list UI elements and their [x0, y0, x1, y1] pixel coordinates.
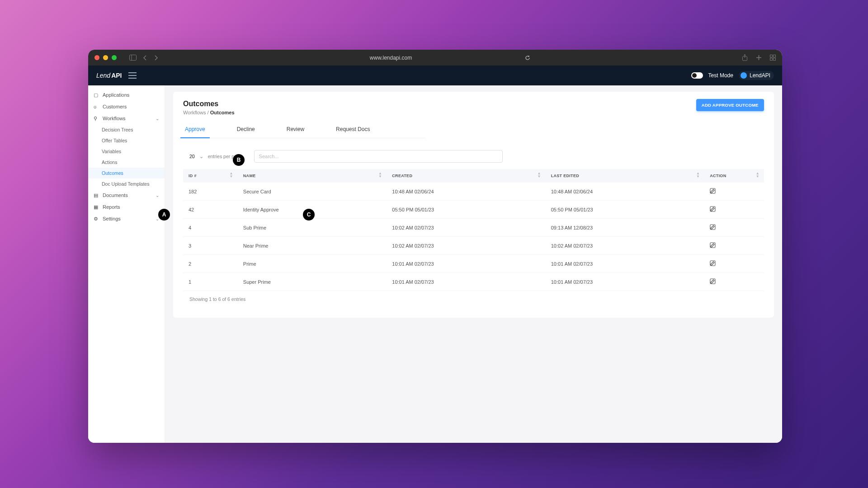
sidebar-item-reports[interactable]: ▦ Reports: [88, 201, 165, 213]
add-approve-outcome-button[interactable]: ADD APPROVE OUTCOME: [696, 99, 764, 111]
svg-rect-0: [130, 55, 137, 61]
tenant-menu[interactable]: LendAPI: [739, 71, 774, 80]
chrome-right-controls: [742, 54, 776, 61]
sort-icon: ▲▼: [696, 172, 700, 178]
cell-created: 10:01 AM 02/07/23: [387, 255, 545, 273]
page-title: Outcomes: [183, 100, 764, 108]
content-panel: ADD APPROVE OUTCOME Outcomes Workflows /…: [173, 92, 774, 318]
cell-created: 10:02 AM 02/07/23: [387, 219, 545, 237]
sort-icon: ▲▼: [756, 172, 760, 178]
maximize-window-icon[interactable]: [112, 55, 117, 60]
minimize-window-icon[interactable]: [103, 55, 108, 60]
table-row[interactable]: 42Identity Approve05:50 PM 05/01/2305:50…: [183, 201, 764, 219]
back-icon[interactable]: [143, 55, 147, 61]
main-canvas: ADD APPROVE OUTCOME Outcomes Workflows /…: [165, 85, 782, 443]
cell-id: 4: [183, 219, 238, 237]
cell-created: 10:01 AM 02/07/23: [387, 273, 545, 291]
sidebar-toggle-icon[interactable]: [129, 55, 137, 61]
cell-edited: 09:13 AM 12/08/23: [546, 219, 704, 237]
cell-edited: 10:01 AM 02/07/23: [546, 273, 704, 291]
col-name[interactable]: NAME▲▼: [238, 169, 387, 183]
sidebar-sub-actions[interactable]: Actions: [88, 157, 165, 168]
sidebar-item-workflows[interactable]: ⚲ Workflows ⌄: [88, 113, 165, 124]
cell-name: Super Prime: [238, 273, 387, 291]
sidebar-sub-doc-upload[interactable]: Doc Upload Templates: [88, 178, 165, 189]
test-mode-toggle[interactable]: [691, 72, 703, 79]
col-id[interactable]: ID #▲▼: [183, 169, 238, 183]
traffic-lights: [94, 55, 117, 60]
sidebar-item-customers[interactable]: ⌾ Customers: [88, 101, 165, 113]
annotation-b: B: [233, 154, 245, 166]
sidebar-item-settings[interactable]: ⚙ Settings ⌄: [88, 213, 165, 225]
sidebar-sub-offer-tables[interactable]: Offer Tables: [88, 135, 165, 146]
table-row[interactable]: 2Prime10:01 AM 02/07/2310:01 AM 02/07/23: [183, 255, 764, 273]
tabs-overview-icon[interactable]: [770, 55, 776, 61]
cell-created: 10:02 AM 02/07/23: [387, 237, 545, 255]
close-window-icon[interactable]: [94, 55, 99, 60]
edit-icon[interactable]: [710, 244, 716, 249]
table-footer: Showing 1 to 6 of 6 entries: [183, 296, 764, 302]
svg-rect-13: [710, 243, 715, 248]
sidebar-sub-outcomes[interactable]: Outcomes: [88, 168, 165, 178]
tenant-avatar-icon: [741, 72, 747, 79]
collapse-sidebar-icon[interactable]: [128, 72, 137, 79]
sidebar: ▢ Applications ⌾ Customers ⚲ Workflows ⌄…: [88, 85, 165, 443]
cell-name: Sub Prime: [238, 219, 387, 237]
customers-icon: ⌾: [94, 104, 99, 109]
table-row[interactable]: 3Near Prime10:02 AM 02/07/2310:02 AM 02/…: [183, 237, 764, 255]
brand-logo[interactable]: LendAPI: [96, 72, 122, 79]
table-row[interactable]: 1Super Prime10:01 AM 02/07/2310:01 AM 02…: [183, 273, 764, 291]
tenant-name: LendAPI: [750, 72, 770, 79]
sidebar-sub-variables[interactable]: Variables: [88, 146, 165, 157]
outcomes-table: ID #▲▼ NAME▲▼ CREATED▲▼ LAST EDITED▲▼ AC…: [183, 169, 764, 291]
address-bar[interactable]: www.lendapi.com: [167, 55, 733, 61]
col-edited[interactable]: LAST EDITED▲▼: [546, 169, 704, 183]
svg-rect-8: [770, 58, 773, 61]
tab-review[interactable]: Review: [285, 122, 306, 138]
documents-icon: ▤: [94, 192, 99, 198]
table-row[interactable]: 4Sub Prime10:02 AM 02/07/2309:13 AM 12/0…: [183, 219, 764, 237]
test-mode-label: Test Mode: [708, 72, 733, 79]
sort-icon: ▲▼: [378, 172, 382, 178]
col-created[interactable]: CREATED▲▼: [387, 169, 545, 183]
sidebar-item-applications[interactable]: ▢ Applications: [88, 89, 165, 101]
svg-rect-15: [710, 279, 715, 284]
tab-request-docs[interactable]: Request Docs: [334, 122, 372, 138]
edit-icon[interactable]: [710, 262, 716, 267]
tab-approve[interactable]: Approve: [183, 122, 207, 138]
breadcrumb-leaf: Outcomes: [210, 110, 235, 115]
share-icon[interactable]: [742, 54, 748, 61]
new-tab-icon[interactable]: [756, 55, 762, 61]
edit-icon[interactable]: [710, 225, 716, 231]
edit-icon[interactable]: [710, 207, 716, 213]
cell-id: 182: [183, 183, 238, 201]
forward-icon[interactable]: [154, 55, 158, 61]
cell-id: 3: [183, 237, 238, 255]
sort-icon: ▲▼: [538, 172, 541, 178]
table-row[interactable]: 182Secure Card10:48 AM 02/06/2410:48 AM …: [183, 183, 764, 201]
cell-name: Secure Card: [238, 183, 387, 201]
sidebar-item-documents[interactable]: ▤ Documents ⌄: [88, 189, 165, 201]
workflows-icon: ⚲: [94, 116, 99, 121]
cell-created: 05:50 PM 05/01/23: [387, 201, 545, 219]
sidebar-sub-decision-trees[interactable]: Decision Trees: [88, 124, 165, 135]
edit-icon[interactable]: [710, 280, 716, 285]
applications-icon: ▢: [94, 92, 99, 98]
breadcrumb: Workflows / Outcomes: [183, 110, 764, 115]
annotation-a: A: [158, 209, 170, 221]
reload-icon[interactable]: [525, 55, 530, 61]
svg-rect-7: [774, 55, 776, 57]
search-input[interactable]: [254, 150, 503, 163]
cell-edited: 10:48 AM 02/06/24: [546, 183, 704, 201]
tab-decline[interactable]: Decline: [235, 122, 257, 138]
svg-rect-6: [770, 55, 773, 57]
chevron-down-icon: ⌄: [199, 154, 203, 159]
cell-name: Prime: [238, 255, 387, 273]
app-header: LendAPI Test Mode LendAPI: [88, 66, 782, 85]
chevron-down-icon: ⌄: [156, 116, 159, 121]
edit-icon[interactable]: [710, 189, 716, 195]
breadcrumb-root[interactable]: Workflows: [183, 110, 206, 115]
col-action[interactable]: ACTION▲▼: [704, 169, 764, 183]
browser-chrome: www.lendapi.com: [88, 50, 782, 66]
cell-edited: 10:01 AM 02/07/23: [546, 255, 704, 273]
